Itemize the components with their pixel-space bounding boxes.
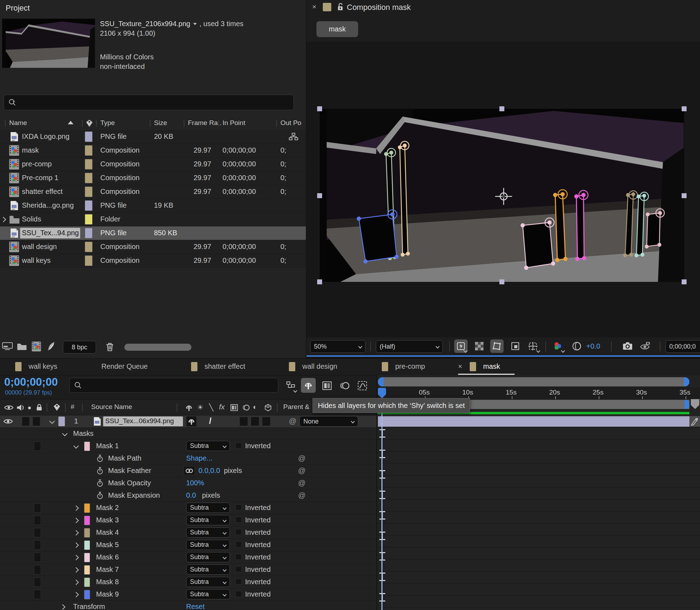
table-row[interactable]: shatter effect Composition 29.97 0;00;00… — [0, 185, 306, 199]
layer-frame-blend-switch[interactable] — [251, 417, 259, 426]
collapse-masks-icon[interactable] — [62, 431, 68, 437]
mask-mode-dropdown[interactable]: Subtra — [186, 515, 230, 525]
unlock-icon[interactable] — [337, 2, 343, 11]
tab-mask-pill[interactable]: mask — [316, 21, 358, 37]
mask-inverted-checkbox[interactable] — [236, 566, 242, 572]
mask-name[interactable]: Mask 3 — [96, 516, 119, 524]
expand-mask-icon[interactable] — [73, 567, 79, 573]
column-header-out-point[interactable]: Out Po — [280, 119, 301, 127]
sort-ascending-icon[interactable] — [68, 121, 73, 124]
magnification-dropdown[interactable]: 50% — [310, 340, 366, 353]
mask-row-2[interactable]: Mask 2 Subtra Inverted — [0, 502, 376, 514]
stopwatch-icon[interactable] — [97, 491, 103, 500]
mask-mode-dropdown[interactable]: Subtra — [186, 540, 230, 550]
mask-inverted-checkbox[interactable] — [236, 504, 242, 510]
viewer-mask-6[interactable] — [521, 218, 555, 270]
lock-column-icon[interactable] — [36, 403, 42, 411]
mask-visibility-toggle[interactable] — [34, 442, 41, 451]
property-value[interactable]: 0.0 — [186, 491, 196, 499]
comp-timecode-field[interactable]: 0;00;00;0 — [665, 340, 700, 353]
stopwatch-icon[interactable] — [97, 454, 103, 463]
mask-mode-dropdown[interactable]: Subtra — [186, 564, 230, 575]
quality-column-icon[interactable]: ╲ — [209, 403, 213, 411]
label-column-icon[interactable] — [85, 119, 93, 128]
mask-name[interactable]: Mask 2 — [96, 504, 119, 512]
layer-effects-switch[interactable] — [239, 417, 248, 426]
column-header-name[interactable]: Name — [9, 119, 27, 127]
table-row[interactable]: Pre-comp 1 Composition 29.97 0;00;00;00 … — [0, 171, 306, 185]
table-row[interactable]: wall design Composition 29.97 0;00;00;00… — [0, 240, 306, 254]
masks-group-row[interactable]: Masks — [0, 428, 376, 440]
layer-motion-blur-switch[interactable] — [262, 417, 271, 426]
mask-name[interactable]: Mask 4 — [96, 528, 119, 537]
resolution-dropdown[interactable]: (Half) — [376, 340, 443, 353]
three-d-column-icon[interactable] — [264, 404, 272, 411]
mask-color-swatch[interactable] — [84, 590, 90, 599]
tab-mask-active[interactable]: mask — [483, 362, 500, 371]
layer-quality-switch[interactable]: / — [209, 416, 212, 426]
item-label-swatch[interactable] — [85, 228, 93, 238]
mask-row-1[interactable]: Mask 1 Subtra Inverted — [0, 440, 376, 452]
mask-visibility-toggle[interactable] — [34, 540, 41, 550]
footage-thumbnail[interactable] — [2, 19, 95, 68]
mask-inverted-checkbox[interactable] — [236, 554, 242, 560]
mask-mode-dropdown[interactable]: Subtra — [186, 577, 230, 587]
layer-label-swatch[interactable] — [58, 416, 65, 426]
mask-inverted-checkbox[interactable] — [236, 443, 242, 449]
navigator-handle-left[interactable] — [378, 377, 384, 386]
collapse-layer-icon[interactable] — [49, 419, 55, 424]
parent-dropdown[interactable]: None — [299, 416, 358, 427]
transparency-grid-button[interactable] — [473, 339, 486, 353]
audio-toggle[interactable] — [22, 417, 30, 426]
interpret-footage-icon[interactable] — [2, 342, 13, 351]
table-row[interactable]: pre-comp Composition 29.97 0;00;00;00 0; — [0, 158, 306, 171]
tab-wall-keys[interactable]: wall keys — [29, 362, 57, 371]
mask-color-swatch[interactable] — [84, 516, 90, 525]
item-label-swatch[interactable] — [85, 242, 93, 252]
mask-visibility-toggle[interactable] — [34, 516, 41, 525]
footage-name-dropdown-icon[interactable] — [193, 23, 197, 25]
mask-row-4[interactable]: Mask 4 Subtra Inverted — [0, 527, 376, 539]
expand-mask-icon[interactable] — [73, 543, 79, 548]
audio-column-icon[interactable] — [16, 404, 25, 411]
property-pickwhip-icon[interactable]: @ — [298, 491, 305, 499]
current-time-display[interactable]: 0;00;00;00 — [4, 376, 58, 389]
navigator-handle-right[interactable] — [684, 377, 689, 386]
solo-column-icon[interactable]: ● — [28, 404, 31, 411]
project-search-input[interactable] — [4, 95, 294, 110]
table-row[interactable]: wall keys Composition 29.97 0;00;00;00 0… — [0, 254, 306, 268]
comp-marker-bin-icon[interactable] — [691, 399, 699, 409]
tab-menu-icon[interactable] — [508, 364, 514, 369]
expand-transform-icon[interactable] — [60, 604, 66, 610]
collapse-transformations-column-icon[interactable]: ☀ — [197, 403, 203, 411]
collapse-mask-icon[interactable] — [73, 443, 79, 449]
mask-mode-dropdown[interactable]: Subtra — [186, 552, 230, 562]
motion-blur-button[interactable] — [338, 379, 351, 392]
effects-column-icon[interactable]: fx — [219, 403, 225, 411]
mask-row-8[interactable]: Mask 8 Subtra Inverted — [0, 576, 376, 588]
expand-folder-icon[interactable] — [1, 217, 6, 223]
property-value[interactable]: Shape... — [186, 454, 213, 462]
column-header-frame-rate[interactable]: Frame Ra.. — [188, 119, 221, 127]
mask-property-row[interactable]: Mask Feather 0.0,0.0 pixels @ — [0, 465, 376, 477]
timeline-navigator-bar[interactable] — [378, 377, 689, 386]
mask-row-9[interactable]: Mask 9 Subtra Inverted — [0, 588, 376, 601]
property-value[interactable]: 100% — [186, 479, 204, 487]
mask-inverted-checkbox[interactable] — [236, 591, 242, 597]
property-pickwhip-icon[interactable]: @ — [298, 454, 305, 462]
expand-mask-icon[interactable] — [73, 580, 79, 585]
mask-property-row[interactable]: Mask Expansion 0.0 pixels @ — [0, 490, 376, 502]
transform-group-row[interactable]: Transform Reset — [0, 601, 376, 610]
tab-render-queue[interactable]: Render Queue — [101, 362, 148, 371]
tab-pre-comp[interactable]: pre-comp — [395, 362, 425, 371]
expand-mask-icon[interactable] — [73, 592, 79, 598]
layer-row[interactable]: 1 SSU_Tex...06x994.png / @ None — [0, 415, 376, 428]
exposure-value[interactable]: +0.0 — [586, 342, 600, 350]
item-label-swatch[interactable] — [85, 214, 93, 225]
work-area-end-handle[interactable] — [684, 400, 689, 409]
timeline-search-input[interactable] — [69, 378, 278, 393]
eye-icon[interactable] — [4, 419, 13, 424]
trash-icon[interactable] — [106, 342, 114, 352]
mask-mode-dropdown[interactable]: Subtra — [186, 527, 230, 538]
mask-property-row[interactable]: Mask Opacity 100% @ — [0, 477, 376, 490]
